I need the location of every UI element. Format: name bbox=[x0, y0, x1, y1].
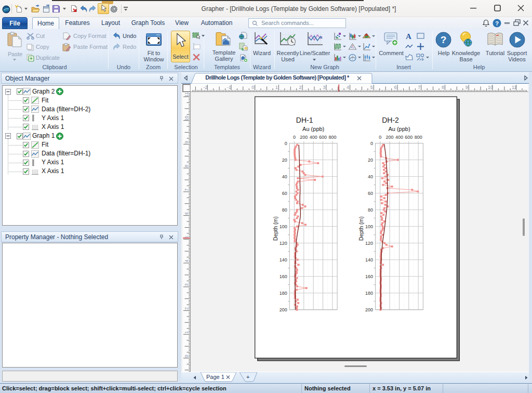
svg-text:-2: -2 bbox=[203, 85, 207, 90]
svg-text:60: 60 bbox=[368, 191, 373, 196]
svg-text:200: 200 bbox=[280, 307, 287, 312]
svg-text:0: 0 bbox=[293, 135, 296, 140]
svg-text:2: 2 bbox=[184, 307, 189, 310]
svg-text:0: 0 bbox=[379, 135, 381, 140]
svg-text:DH-2: DH-2 bbox=[382, 116, 399, 124]
svg-text:9: 9 bbox=[184, 141, 189, 143]
svg-text:?: ? bbox=[441, 34, 447, 45]
svg-text:120: 120 bbox=[280, 241, 287, 246]
svg-text:11: 11 bbox=[512, 85, 516, 90]
svg-text:180: 180 bbox=[280, 291, 287, 296]
svg-text:40: 40 bbox=[282, 174, 287, 179]
svg-text:200: 200 bbox=[386, 135, 394, 140]
svg-text:60: 60 bbox=[282, 191, 287, 196]
svg-text:200: 200 bbox=[365, 307, 373, 312]
svg-text:Au (ppb): Au (ppb) bbox=[388, 126, 410, 132]
svg-text:0: 0 bbox=[370, 141, 373, 146]
svg-text:?: ? bbox=[495, 20, 499, 27]
svg-text:160: 160 bbox=[280, 274, 287, 279]
svg-text:3: 3 bbox=[323, 85, 325, 90]
svg-text:400: 400 bbox=[395, 135, 403, 140]
svg-text:+: + bbox=[246, 374, 249, 380]
svg-text:10: 10 bbox=[488, 85, 493, 90]
svg-text:0: 0 bbox=[184, 355, 189, 357]
svg-text:6: 6 bbox=[394, 85, 396, 90]
svg-text:3: 3 bbox=[184, 283, 189, 286]
svg-text:8: 8 bbox=[184, 165, 189, 167]
svg-text:4: 4 bbox=[184, 259, 189, 262]
svg-text:0: 0 bbox=[285, 141, 287, 146]
svg-text:2: 2 bbox=[299, 85, 302, 90]
svg-text:800: 800 bbox=[415, 135, 422, 140]
svg-text:7: 7 bbox=[184, 188, 189, 191]
svg-text:40: 40 bbox=[368, 174, 373, 179]
svg-text:140: 140 bbox=[280, 257, 287, 263]
svg-text:800: 800 bbox=[328, 135, 336, 140]
svg-text:8: 8 bbox=[442, 85, 444, 90]
svg-text:Page 1: Page 1 bbox=[206, 374, 224, 380]
svg-text:600: 600 bbox=[405, 135, 413, 140]
svg-text:180: 180 bbox=[365, 291, 373, 296]
svg-text:Depth (m): Depth (m) bbox=[358, 216, 365, 241]
svg-text:600: 600 bbox=[319, 135, 327, 140]
svg-text:9: 9 bbox=[466, 85, 468, 90]
svg-text:200: 200 bbox=[300, 135, 308, 140]
svg-text:80: 80 bbox=[368, 207, 373, 213]
svg-text:Au (ppb): Au (ppb) bbox=[302, 126, 324, 132]
svg-text:120: 120 bbox=[365, 241, 373, 246]
svg-text:11: 11 bbox=[184, 92, 189, 97]
svg-text:Depth (m): Depth (m) bbox=[272, 216, 278, 241]
svg-text:4: 4 bbox=[347, 85, 349, 90]
svg-text:0: 0 bbox=[251, 85, 254, 90]
svg-text:100: 100 bbox=[280, 224, 287, 229]
svg-text:-1: -1 bbox=[227, 85, 231, 90]
svg-text:140: 140 bbox=[365, 257, 373, 263]
svg-text:400: 400 bbox=[310, 135, 317, 140]
svg-text:10: 10 bbox=[184, 116, 189, 121]
svg-text:100: 100 bbox=[365, 224, 373, 229]
svg-text:1: 1 bbox=[184, 331, 189, 334]
svg-text:80: 80 bbox=[282, 207, 287, 213]
svg-text:20: 20 bbox=[282, 158, 287, 163]
svg-text:1: 1 bbox=[275, 85, 278, 90]
svg-text:160: 160 bbox=[365, 274, 373, 279]
svg-text:6: 6 bbox=[184, 212, 189, 215]
svg-text:20: 20 bbox=[368, 158, 373, 163]
svg-text:7: 7 bbox=[418, 85, 420, 90]
svg-text:DH-1: DH-1 bbox=[296, 116, 313, 124]
svg-text:5: 5 bbox=[370, 85, 373, 90]
